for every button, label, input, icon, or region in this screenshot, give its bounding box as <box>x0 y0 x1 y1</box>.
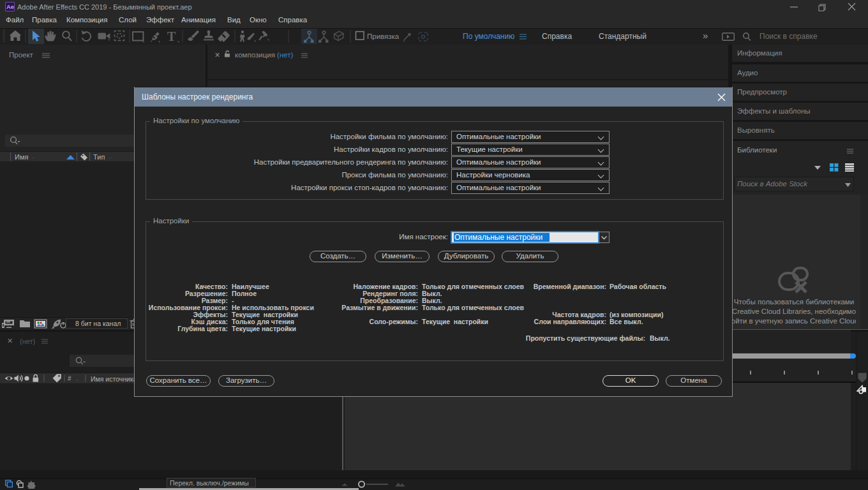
svg-text:#: # <box>68 375 71 382</box>
svg-text:.: . <box>77 376 79 382</box>
svg-text:T: T <box>167 29 176 43</box>
